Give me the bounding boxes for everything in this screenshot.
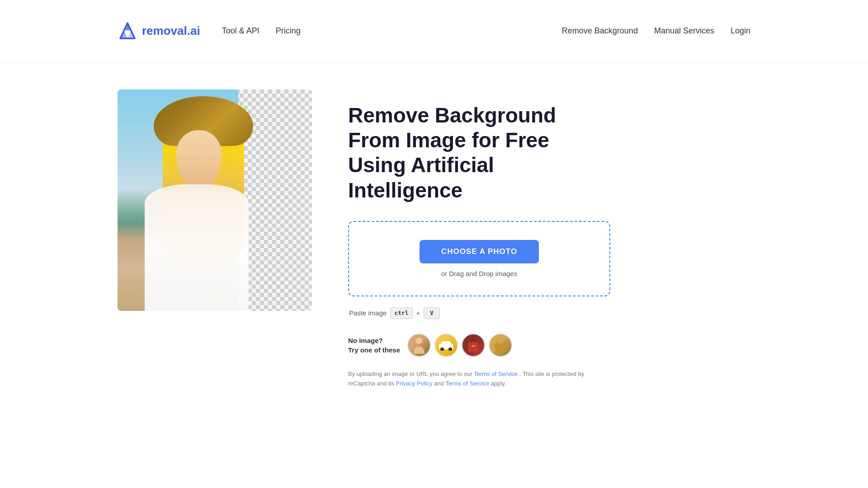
privacy-policy-link[interactable]: Privacy Policy — [396, 380, 433, 387]
right-nav: Remove Background Manual Services Login — [562, 26, 750, 36]
content-section: Remove Background From Image for Free Us… — [348, 89, 750, 388]
ctrl-key: ctrl — [390, 307, 412, 319]
nav-remove-background[interactable]: Remove Background — [562, 26, 638, 36]
svg-rect-11 — [501, 349, 503, 352]
svg-rect-4 — [468, 342, 478, 352]
drag-drop-text: or Drag and Drop images — [441, 270, 517, 277]
svg-rect-10 — [499, 349, 500, 352]
sample-camel-thumb[interactable] — [489, 333, 512, 357]
header-left: removal.ai Tool & API Pricing — [118, 21, 301, 41]
paste-label: Paste image — [349, 309, 387, 317]
svg-rect-5 — [472, 346, 475, 347]
svg-rect-9 — [496, 347, 498, 352]
nav-tool-api[interactable]: Tool & API — [222, 26, 259, 36]
svg-point-13 — [494, 342, 496, 344]
header: removal.ai Tool & API Pricing Remove Bac… — [0, 0, 868, 62]
svg-point-8 — [503, 342, 507, 345]
sample-thumbnails — [407, 333, 512, 357]
image-preview — [118, 89, 312, 311]
paste-image-row: Paste image ctrl + V — [349, 307, 750, 319]
cutout-transparency — [238, 89, 312, 311]
no-image-text: No image?Try one of these — [348, 336, 400, 355]
nav-manual-services[interactable]: Manual Services — [654, 26, 714, 36]
upload-dropzone[interactable]: CHOOSE A PHOTO or Drag and Drop images — [348, 221, 610, 296]
hero-title: Remove Background From Image for Free Us… — [348, 103, 592, 203]
sample-images-row: No image?Try one of these — [348, 333, 750, 357]
choose-photo-button[interactable]: CHOOSE A PHOTO — [420, 240, 539, 263]
legal-text: By uploading an image or URL you agree t… — [348, 370, 601, 389]
sample-bag-thumb[interactable] — [462, 333, 485, 357]
sample-car-thumb[interactable] — [434, 333, 458, 357]
svg-rect-12 — [504, 348, 506, 352]
legal-text-post: apply. — [489, 380, 506, 387]
nav-pricing[interactable]: Pricing — [276, 26, 301, 36]
plus-sign: + — [416, 310, 420, 317]
body-shape — [145, 184, 249, 311]
terms-of-service-link-2[interactable]: Terms of Service — [445, 380, 489, 387]
logo[interactable]: removal.ai — [118, 21, 200, 41]
legal-text-and: and — [432, 380, 445, 387]
legal-text-pre: By uploading an image or URL you agree t… — [348, 371, 474, 377]
terms-of-service-link-1[interactable]: Terms of Service — [474, 371, 518, 377]
logo-icon — [118, 21, 137, 41]
svg-point-0 — [416, 338, 422, 344]
image-preview-section — [118, 89, 312, 311]
nav-login[interactable]: Login — [731, 26, 750, 36]
main-content: Remove Background From Image for Free Us… — [0, 62, 868, 460]
left-nav: Tool & API Pricing — [222, 26, 301, 36]
logo-text: removal.ai — [142, 24, 200, 38]
sample-person-thumb[interactable] — [407, 333, 431, 357]
v-key: V — [424, 307, 440, 319]
